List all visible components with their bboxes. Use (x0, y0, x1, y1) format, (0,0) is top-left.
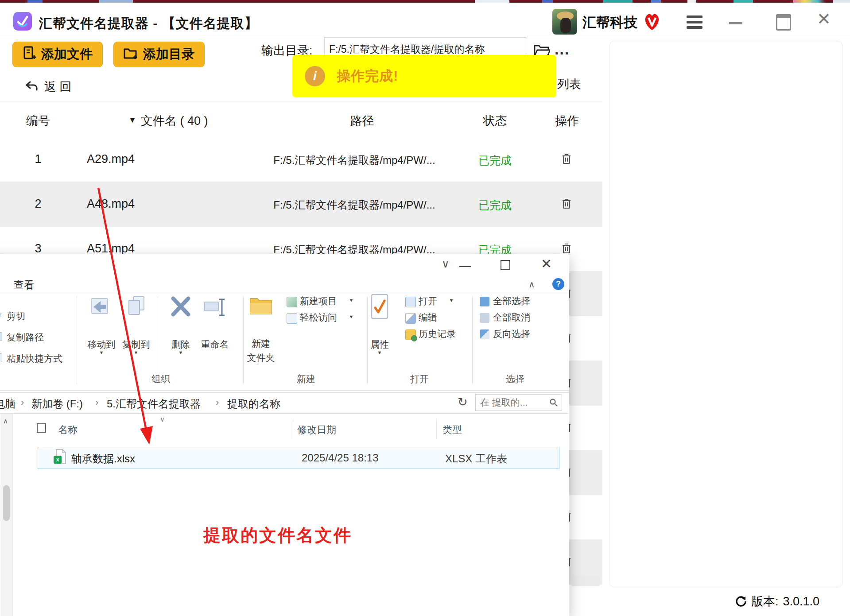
explorer-close-button[interactable]: ✕ (541, 256, 552, 271)
delete-icon[interactable] (170, 295, 192, 318)
row-index: 2 (18, 197, 58, 211)
back-label: 返 回 (44, 79, 72, 95)
add-folder-button[interactable]: 添加目录 (113, 42, 205, 67)
avatar[interactable] (552, 9, 577, 35)
table-row: 1A29.mp4F:/5.汇帮文件名提取器/mp4/PW/...已完成 (0, 137, 602, 182)
menu-view-tab[interactable]: 查看 (14, 278, 34, 292)
svg-text:x: x (56, 456, 59, 463)
excel-file-icon: x (54, 449, 66, 464)
table-header: 编号 ▼ 文件名 ( 40 ) 路径 状态 操作 (0, 101, 602, 138)
add-file-button[interactable]: 添加文件 (12, 42, 103, 67)
col-path: 路径 (328, 113, 396, 129)
rename-label[interactable]: 重命名 (201, 338, 229, 351)
app-titlebar: 汇帮文件名提取器 - 【文件名提取】 汇帮科技 ✕ (0, 3, 850, 37)
file-col-name[interactable]: 名称 (58, 423, 78, 437)
copy-to-icon[interactable] (124, 295, 147, 318)
table-row: 2A48.mp4F:/5.汇帮文件名提取器/mp4/PW/...已完成 (0, 182, 602, 227)
breadcrumb-current[interactable]: 提取的名称 (227, 397, 280, 411)
ribbon-collapse-icon[interactable]: ∧ (528, 279, 535, 290)
delete-label[interactable]: 删除 (171, 338, 190, 351)
copy-path-icon (0, 332, 2, 341)
table-scrollbar[interactable] (571, 576, 600, 586)
add-folder-label: 添加目录 (143, 46, 194, 63)
col-status: 状态 (461, 113, 529, 129)
file-col-type[interactable]: 类型 (442, 423, 462, 437)
refresh-address-icon[interactable]: ↻ (458, 395, 468, 409)
search-input[interactable] (479, 397, 547, 408)
minimize-button[interactable] (729, 22, 742, 24)
group-select: 选择 (506, 373, 524, 385)
select-none-button[interactable]: 全部取消 (493, 311, 530, 324)
add-file-label: 添加文件 (41, 46, 93, 63)
scrollbar-thumb[interactable] (3, 485, 10, 521)
invert-selection-button[interactable]: 反向选择 (493, 328, 530, 340)
file-name[interactable]: 轴承数据.xlsx (71, 452, 135, 466)
vip-badge-icon[interactable] (642, 12, 662, 32)
properties-label[interactable]: 属性 (370, 338, 389, 351)
easy-access-icon (287, 313, 297, 324)
copy-path-button[interactable]: 复制路径 (7, 331, 44, 344)
help-icon[interactable]: ? (552, 278, 564, 290)
explorer-minimize-button[interactable] (459, 266, 471, 267)
select-none-icon (480, 313, 489, 323)
breadcrumb-folder[interactable]: 5.汇帮文件名提取器 (107, 397, 201, 411)
rename-icon[interactable] (203, 298, 226, 317)
back-icon (25, 80, 38, 94)
open-icon (405, 297, 416, 307)
move-to-icon[interactable] (88, 296, 110, 318)
cut-button[interactable]: 剪切 (7, 310, 25, 322)
group-new: 新建 (297, 373, 315, 385)
invert-selection-icon (480, 329, 489, 339)
file-col-modified[interactable]: 修改日期 (297, 423, 336, 437)
delete-row-icon[interactable] (562, 153, 571, 168)
cut-icon: ✂ (0, 310, 2, 321)
edit-button[interactable]: 编辑 (419, 311, 437, 324)
close-button[interactable]: ✕ (817, 11, 831, 27)
sort-icon[interactable]: ▼ (128, 116, 136, 125)
breadcrumb-drive[interactable]: 新加卷 (F:) (31, 397, 83, 411)
select-all-button[interactable]: 全部选择 (493, 295, 530, 307)
info-icon: i (305, 66, 325, 86)
new-folder-label2[interactable]: 文件夹 (247, 352, 275, 364)
properties-icon[interactable] (370, 294, 389, 319)
address-dropdown-icon[interactable]: ∨ (442, 258, 450, 270)
row-filename: A48.mp4 (87, 197, 135, 211)
copy-to-label[interactable]: 复制到 (122, 338, 150, 351)
move-to-label[interactable]: 移动到 (88, 338, 116, 351)
new-item-icon (287, 297, 297, 307)
row-status: 已完成 (461, 153, 529, 168)
app-title: 汇帮文件名提取器 - 【文件名提取】 (39, 15, 258, 33)
open-button[interactable]: 打开 (419, 295, 437, 307)
scroll-up-icon[interactable]: ∧ (3, 417, 8, 425)
select-all-icon (480, 297, 489, 306)
more-options-button[interactable]: ... (555, 41, 570, 58)
history-button[interactable]: 历史记录 (419, 328, 456, 340)
search-box[interactable] (475, 394, 562, 411)
file-list-tab-fragment[interactable]: 列表 (557, 76, 581, 92)
new-folder-icon[interactable] (249, 295, 272, 315)
edit-icon (405, 313, 416, 324)
file-modified: 2025/4/25 18:13 (302, 452, 379, 464)
back-button[interactable]: 返 回 (25, 79, 72, 95)
refresh-icon[interactable] (735, 596, 747, 607)
version-row: 版本: 3.0.1.0 (735, 593, 819, 609)
maximize-button[interactable] (776, 14, 791, 31)
paste-shortcut-button[interactable]: 粘贴快捷方式 (7, 353, 62, 365)
new-item-button[interactable]: 新建项目 (300, 295, 337, 307)
select-all-checkbox[interactable] (37, 423, 46, 433)
menu-icon[interactable] (687, 15, 703, 29)
search-icon (549, 398, 558, 407)
delete-row-icon[interactable] (562, 198, 571, 213)
explorer-maximize-button[interactable] (501, 260, 510, 270)
add-folder-icon (124, 46, 138, 63)
brand-name: 汇帮科技 (582, 13, 637, 32)
new-folder-label1[interactable]: 新建 (252, 337, 270, 350)
annotation-text: 提取的文件名文件 (203, 523, 352, 547)
breadcrumb-computer[interactable]: 电脑 (0, 397, 16, 411)
row-status: 已完成 (461, 198, 529, 213)
add-file-icon (23, 46, 36, 63)
row-path: F:/5.汇帮文件名提取器/mp4/PW/... (266, 198, 443, 212)
column-chevron-icon[interactable]: ∨ (160, 415, 165, 423)
easy-access-button[interactable]: 轻松访问 (300, 311, 337, 324)
col-name[interactable]: 文件名 ( 40 ) (141, 113, 208, 129)
